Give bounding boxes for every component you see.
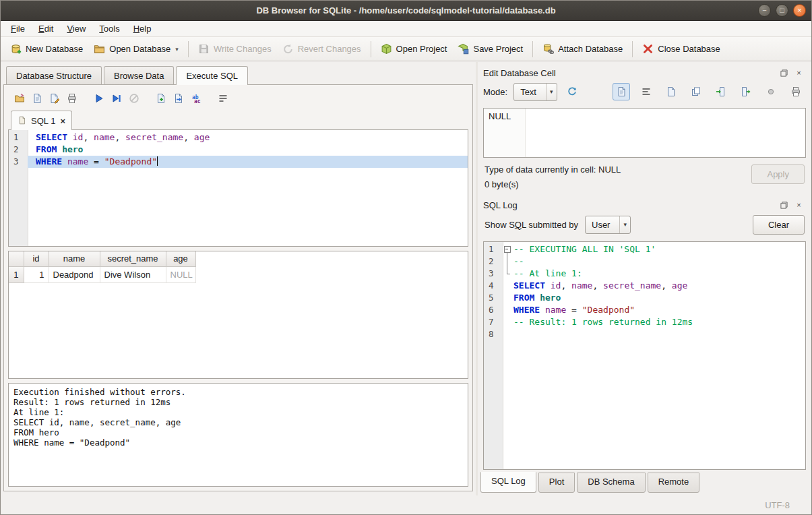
- tab-remote[interactable]: Remote: [648, 473, 700, 493]
- line-number: 5: [484, 292, 503, 304]
- close-database-button[interactable]: Close Database: [637, 40, 726, 58]
- app-window: DB Browser for SQLite - /home/user/code/…: [0, 0, 812, 515]
- code-line: 6WHERE name = "Deadpond": [484, 304, 805, 316]
- minimize-icon: −: [762, 7, 766, 14]
- cell-secret-name[interactable]: Dive Wilson: [100, 266, 166, 282]
- sql-log-filter-row: Show SQL submitted by User ▾ Clear: [480, 213, 806, 241]
- close-button[interactable]: ×: [793, 4, 806, 17]
- attach-database-icon: [542, 43, 554, 55]
- menu-file[interactable]: File: [4, 22, 32, 36]
- encoding-indicator[interactable]: UTF-8: [765, 500, 790, 510]
- close-dock-icon[interactable]: ×: [793, 200, 805, 211]
- menu-edit[interactable]: Edit: [32, 22, 60, 36]
- cell-mode-row: Mode: Text ▾: [480, 81, 806, 108]
- fold-margin: [503, 316, 512, 328]
- close-dock-icon[interactable]: ×: [793, 67, 805, 79]
- float-dock-icon[interactable]: [778, 200, 790, 211]
- corner-header: [9, 251, 24, 266]
- clear-button[interactable]: Clear: [753, 215, 805, 235]
- export-icon[interactable]: [737, 83, 755, 100]
- copy-icon[interactable]: [687, 83, 705, 100]
- new-tab-icon[interactable]: [152, 90, 170, 107]
- show-sql-label: Show SQL submitted by: [485, 220, 578, 230]
- cell-value-editor[interactable]: NULL: [483, 108, 806, 158]
- new-database-label: New Database: [26, 44, 83, 54]
- column-header-id[interactable]: id: [24, 251, 49, 266]
- tab-browse-data[interactable]: Browse Data: [104, 66, 174, 84]
- submitted-by-combobox[interactable]: User ▾: [585, 216, 631, 234]
- tab-db-schema[interactable]: DB Schema: [577, 473, 645, 493]
- execute-current-line-icon[interactable]: [108, 90, 125, 107]
- sql-log-view[interactable]: 1-- EXECUTING ALL IN 'SQL 1'2--3-- At li…: [483, 241, 806, 470]
- mode-label: Mode:: [483, 87, 507, 97]
- text-mode-icon[interactable]: [613, 83, 630, 100]
- import-icon[interactable]: [712, 83, 730, 100]
- cell-id[interactable]: 1: [24, 266, 49, 282]
- maximize-button[interactable]: □: [776, 4, 788, 17]
- tab-sql-log[interactable]: SQL Log: [480, 472, 536, 493]
- menu-help[interactable]: Help: [127, 22, 158, 36]
- save-project-label: Save Project: [473, 44, 523, 54]
- open-database-button[interactable]: Open Database ▾: [88, 40, 184, 58]
- save-project-button[interactable]: Save Project: [452, 40, 528, 58]
- execute-all-icon[interactable]: [90, 90, 108, 107]
- cell-name[interactable]: Deadpond: [49, 266, 100, 282]
- toolbar-separator: [371, 41, 371, 57]
- cell-type-info: Type of data currently in cell: NULL: [485, 164, 751, 175]
- execution-message[interactable]: Execution finished without errors. Resul…: [8, 383, 468, 487]
- table-row[interactable]: 1 1 Deadpond Dive Wilson NULL: [9, 266, 468, 282]
- save-sql-file-icon[interactable]: [28, 90, 46, 107]
- line-number: 1: [484, 243, 503, 255]
- cell-value: NULL: [489, 111, 511, 121]
- sql-toolbar: abac: [8, 89, 468, 111]
- tab-plot[interactable]: Plot: [538, 473, 575, 493]
- mode-value: Text: [520, 87, 546, 97]
- open-project-button[interactable]: Open Project: [375, 40, 453, 58]
- set-null-icon[interactable]: [762, 83, 780, 100]
- stop-icon: [125, 90, 143, 107]
- titlebar[interactable]: DB Browser for SQLite - /home/user/code/…: [1, 1, 811, 21]
- window-controls: − □ ×: [758, 4, 806, 17]
- sql-tab-1[interactable]: SQL 1 ×: [11, 111, 72, 130]
- code-line: 1-- EXECUTING ALL IN 'SQL 1': [484, 243, 805, 255]
- refresh-icon[interactable]: [563, 83, 581, 100]
- new-database-button[interactable]: New Database: [5, 40, 88, 58]
- print-icon[interactable]: [63, 90, 81, 107]
- find-replace-icon[interactable]: abac: [187, 90, 205, 107]
- mode-combobox[interactable]: Text ▾: [513, 83, 557, 101]
- fold-marker-icon[interactable]: [503, 243, 512, 255]
- word-wrap-icon[interactable]: [214, 90, 232, 107]
- open-external-icon[interactable]: [662, 83, 680, 100]
- column-header-secret-name[interactable]: secret_name: [100, 251, 166, 266]
- message-line: WHERE name = "Deadpond": [13, 437, 463, 448]
- code-line: 2FROM hero: [9, 144, 468, 156]
- new-database-icon: [10, 43, 22, 55]
- minimize-button[interactable]: −: [758, 4, 771, 17]
- header-filler: [195, 251, 468, 266]
- export-sql-icon[interactable]: [170, 90, 187, 107]
- menu-tools[interactable]: Tools: [92, 22, 126, 36]
- open-database-dropdown-icon[interactable]: ▾: [175, 46, 179, 53]
- menu-view[interactable]: View: [60, 22, 92, 36]
- toolbar-separator: [632, 41, 633, 57]
- word-wrap-icon[interactable]: [637, 83, 655, 100]
- column-header-name[interactable]: name: [49, 251, 100, 266]
- open-sql-file-icon[interactable]: [11, 90, 28, 107]
- attach-database-button[interactable]: Attach Database: [537, 40, 628, 58]
- menubar: File Edit View Tools Help: [1, 21, 811, 37]
- line-number: 3: [484, 268, 503, 280]
- message-line: SELECT id, name, secret_name, age: [13, 417, 463, 427]
- save-sql-as-icon[interactable]: [46, 90, 63, 107]
- code-line: 4SELECT id, name, secret_name, age: [484, 280, 805, 292]
- print-icon[interactable]: [787, 83, 805, 100]
- fold-margin: [503, 280, 512, 292]
- cell-age[interactable]: NULL: [166, 266, 195, 282]
- sql-editor[interactable]: 1SELECT id, name, secret_name, age2FROM …: [8, 129, 468, 247]
- tab-database-structure[interactable]: Database Structure: [6, 66, 102, 84]
- float-dock-icon[interactable]: [778, 67, 790, 79]
- close-sql-tab-icon[interactable]: ×: [60, 116, 65, 126]
- tab-execute-sql[interactable]: Execute SQL: [176, 66, 248, 85]
- column-header-age[interactable]: age: [166, 251, 195, 266]
- line-number: 2: [9, 144, 28, 156]
- line-number: 4: [484, 280, 503, 292]
